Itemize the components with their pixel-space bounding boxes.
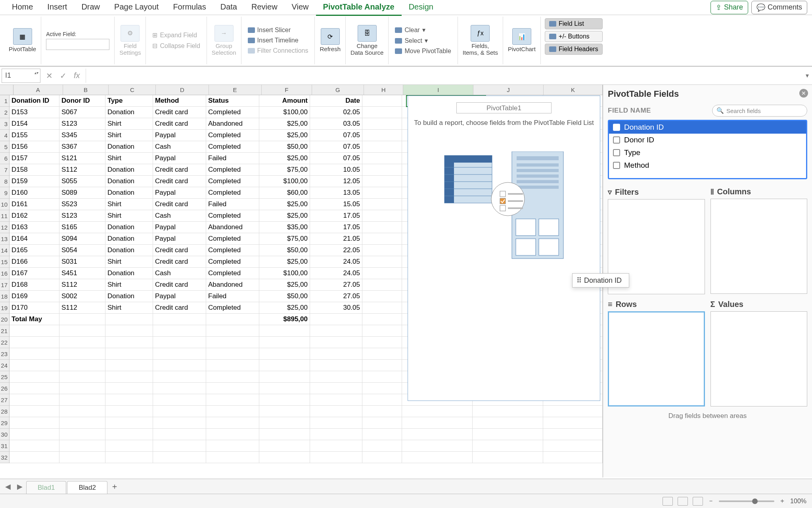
cell[interactable] bbox=[310, 337, 362, 348]
row-header[interactable]: 27 bbox=[0, 394, 9, 406]
row-header[interactable]: 1 bbox=[0, 95, 9, 107]
cell[interactable] bbox=[310, 429, 362, 440]
cell[interactable] bbox=[59, 325, 105, 337]
table-row[interactable] bbox=[10, 406, 603, 417]
col-header-E[interactable]: E bbox=[209, 85, 262, 95]
cell[interactable]: Completed bbox=[206, 256, 259, 268]
pivot-name-box[interactable]: PivotTable1 bbox=[456, 102, 552, 113]
cell[interactable]: Credit card bbox=[153, 302, 206, 314]
cell[interactable] bbox=[362, 279, 402, 291]
cell[interactable] bbox=[362, 360, 402, 371]
cell[interactable]: S031 bbox=[59, 256, 105, 268]
cell[interactable] bbox=[473, 417, 543, 429]
cell[interactable] bbox=[362, 291, 402, 302]
row-header[interactable]: 18 bbox=[0, 291, 9, 302]
cell[interactable] bbox=[310, 440, 362, 452]
cell[interactable] bbox=[362, 141, 402, 153]
cell[interactable] bbox=[59, 394, 105, 406]
tab-page-layout[interactable]: Page Layout bbox=[107, 0, 166, 16]
sheet-prev-button[interactable]: ◀ bbox=[2, 481, 13, 492]
sheet-tab-blad2[interactable]: Blad2 bbox=[67, 481, 107, 494]
cell[interactable] bbox=[543, 417, 603, 429]
row-header[interactable]: 13 bbox=[0, 233, 9, 245]
col-header-H[interactable]: H bbox=[364, 85, 403, 95]
field-item-donor-id[interactable]: Donor ID bbox=[609, 134, 806, 146]
row-header[interactable]: 29 bbox=[0, 417, 9, 429]
cell[interactable]: $50,00 bbox=[259, 141, 310, 153]
comments-button[interactable]: 💬Comments bbox=[751, 1, 807, 14]
cell[interactable]: Shirt bbox=[105, 210, 153, 222]
cell[interactable]: 22.05 bbox=[310, 245, 362, 256]
row-header[interactable]: 17 bbox=[0, 279, 9, 291]
cell[interactable]: Donor ID bbox=[59, 95, 105, 107]
cell[interactable]: $25,00 bbox=[259, 302, 310, 314]
cell[interactable]: Failed bbox=[206, 291, 259, 302]
cell[interactable] bbox=[402, 452, 473, 463]
cell[interactable] bbox=[543, 429, 603, 440]
cell[interactable]: D164 bbox=[10, 233, 59, 245]
cell[interactable]: Credit card bbox=[153, 164, 206, 176]
cell[interactable]: Credit card bbox=[153, 176, 206, 187]
cell[interactable]: S165 bbox=[59, 222, 105, 233]
cell[interactable] bbox=[362, 222, 402, 233]
cell[interactable]: $100,00 bbox=[259, 268, 310, 279]
cell[interactable] bbox=[153, 383, 206, 394]
cell[interactable] bbox=[153, 371, 206, 383]
row-header[interactable]: 25 bbox=[0, 371, 9, 383]
cancel-icon[interactable]: ✕ bbox=[46, 71, 53, 81]
row-header[interactable]: 32 bbox=[0, 452, 9, 463]
cell[interactable]: Donation bbox=[105, 164, 153, 176]
cell[interactable]: $50,00 bbox=[259, 245, 310, 256]
close-panel-button[interactable]: ✕ bbox=[799, 89, 808, 98]
row-header[interactable]: 19 bbox=[0, 302, 9, 314]
group-field-settings[interactable]: ⚙ Field Settings bbox=[115, 17, 146, 64]
checkbox[interactable] bbox=[613, 124, 620, 131]
cell[interactable] bbox=[362, 268, 402, 279]
checkbox[interactable] bbox=[613, 149, 620, 156]
col-header-I[interactable]: I bbox=[403, 85, 473, 95]
field-item-type[interactable]: Type bbox=[609, 146, 806, 159]
cell[interactable]: $895,00 bbox=[259, 314, 310, 325]
collapse-field-button[interactable]: ⊟Collapse Field bbox=[151, 41, 201, 51]
cell[interactable] bbox=[362, 417, 402, 429]
cell[interactable] bbox=[59, 314, 105, 325]
cell[interactable] bbox=[362, 256, 402, 268]
cell[interactable]: $25,00 bbox=[259, 153, 310, 164]
row-header[interactable]: 11 bbox=[0, 210, 9, 222]
columns-drop-zone[interactable]: ⫴Columns bbox=[710, 187, 808, 294]
row-header[interactable]: 8 bbox=[0, 176, 9, 187]
checkbox[interactable] bbox=[613, 162, 620, 169]
cell[interactable]: S054 bbox=[59, 245, 105, 256]
cell[interactable]: Shirt bbox=[105, 302, 153, 314]
tab-view[interactable]: View bbox=[285, 0, 316, 16]
clear-button[interactable]: Clear ▾ bbox=[393, 25, 427, 35]
cell[interactable] bbox=[310, 406, 362, 417]
cell[interactable] bbox=[310, 383, 362, 394]
cell[interactable] bbox=[206, 371, 259, 383]
cell[interactable]: D167 bbox=[10, 268, 59, 279]
cell[interactable]: 17.05 bbox=[310, 222, 362, 233]
cell[interactable]: D155 bbox=[10, 130, 59, 141]
cell[interactable]: S067 bbox=[59, 107, 105, 118]
cell[interactable] bbox=[10, 417, 59, 429]
cell[interactable] bbox=[473, 429, 543, 440]
cell[interactable]: Date bbox=[310, 95, 362, 107]
cell[interactable]: 21.05 bbox=[310, 233, 362, 245]
cell[interactable] bbox=[259, 371, 310, 383]
row-header[interactable]: 7 bbox=[0, 164, 9, 176]
cell[interactable] bbox=[105, 314, 153, 325]
cell[interactable] bbox=[153, 314, 206, 325]
cell[interactable]: Donation bbox=[105, 176, 153, 187]
cell[interactable] bbox=[10, 452, 59, 463]
cell[interactable]: 24.05 bbox=[310, 268, 362, 279]
cell[interactable]: S523 bbox=[59, 199, 105, 210]
cell[interactable] bbox=[473, 406, 543, 417]
cell[interactable]: Amount bbox=[259, 95, 310, 107]
cell[interactable] bbox=[362, 348, 402, 360]
cell[interactable] bbox=[153, 406, 206, 417]
cell[interactable]: Credit card bbox=[153, 118, 206, 130]
cell[interactable] bbox=[362, 245, 402, 256]
cell[interactable] bbox=[362, 199, 402, 210]
cell[interactable]: S345 bbox=[59, 130, 105, 141]
cell[interactable] bbox=[259, 417, 310, 429]
